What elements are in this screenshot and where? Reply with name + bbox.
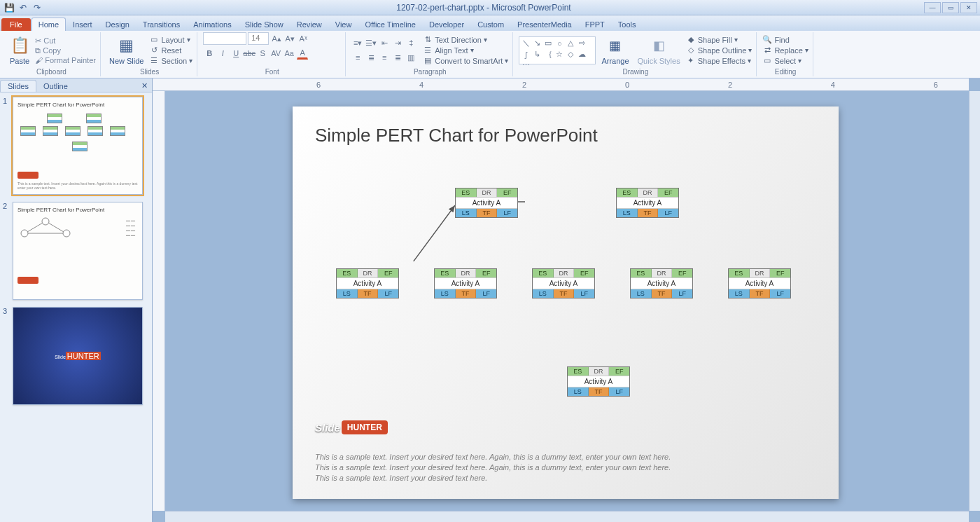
font-size-selector[interactable]: 14 xyxy=(248,32,269,45)
text-direction-button[interactable]: ⇅Text Direction ▾ xyxy=(423,35,508,45)
tab-developer[interactable]: Developer xyxy=(423,18,470,31)
align-right-button[interactable]: ≡ xyxy=(378,51,391,64)
pert-node[interactable]: ESDREFActivity ALSTFLF xyxy=(616,188,679,218)
pert-node[interactable]: ESDREFActivity ALSTFLF xyxy=(455,188,518,218)
tab-animations[interactable]: Animations xyxy=(187,18,237,31)
layout-button[interactable]: ▭Layout ▾ xyxy=(149,35,192,45)
pert-node[interactable]: ESDREFActivity ALSTFLF xyxy=(336,268,399,298)
watermark-part-b: HUNTER xyxy=(342,420,388,434)
svg-line-6 xyxy=(399,205,455,261)
pert-node[interactable]: ESDREFActivity ALSTFLF xyxy=(532,268,595,298)
case-button[interactable]: Aa xyxy=(283,47,295,60)
tab-office-timeline[interactable]: Office Timeline xyxy=(358,18,422,31)
panel-close-button[interactable]: ✕ xyxy=(137,80,152,92)
slide-title[interactable]: Simple PERT Chart for PowerPoint xyxy=(315,125,816,146)
redo-icon[interactable]: ↷ xyxy=(31,1,43,14)
panel-tab-slides[interactable]: Slides xyxy=(0,80,36,92)
thumb-number: 3 xyxy=(3,307,10,405)
copy-button[interactable]: ⧉ Copy xyxy=(35,46,96,55)
paste-button[interactable]: 📋 Paste xyxy=(7,34,32,67)
align-center-button[interactable]: ≣ xyxy=(365,51,377,64)
vertical-scrollbar[interactable] xyxy=(969,91,980,511)
paste-label: Paste xyxy=(10,57,29,65)
sample-text-block[interactable]: This is a sample text. Insert your desir… xyxy=(315,452,816,483)
bullets-button[interactable]: ≡▾ xyxy=(351,36,364,49)
undo-icon[interactable]: ↶ xyxy=(17,1,29,14)
shape-fill-button[interactable]: ◆Shape Fill ▾ xyxy=(686,35,752,45)
tab-view[interactable]: View xyxy=(329,18,358,31)
thumbnail-1[interactable]: 1 Simple PERT Chart for PowerPoint xyxy=(3,97,149,195)
thumb-number: 2 xyxy=(3,202,10,300)
line-spacing-button[interactable]: ‡ xyxy=(405,36,417,49)
tab-slide-show[interactable]: Slide Show xyxy=(239,18,290,31)
numbering-button[interactable]: ☰▾ xyxy=(365,36,377,49)
minimize-button[interactable]: — xyxy=(924,2,941,13)
thumb-title: SlideHUNTER xyxy=(55,352,100,360)
replace-button[interactable]: ⇄Replace ▾ xyxy=(762,46,808,55)
grow-font-button[interactable]: A▴ xyxy=(270,32,283,45)
slide-canvas: 6 4 2 0 2 4 6 Simple PERT Chart for Powe… xyxy=(153,78,980,522)
save-icon[interactable]: 💾 xyxy=(3,1,15,14)
find-button[interactable]: 🔍Find xyxy=(762,35,808,45)
file-tab[interactable]: File xyxy=(1,18,31,31)
font-family-selector[interactable] xyxy=(203,32,246,45)
new-slide-label: New Slide xyxy=(109,57,144,65)
close-button[interactable]: ✕ xyxy=(960,2,977,13)
watermark-part-a: Slide xyxy=(315,422,340,434)
pert-node[interactable]: ESDREFActivity ALSTFLF xyxy=(728,268,791,298)
section-button[interactable]: ☰Section ▾ xyxy=(149,56,192,66)
spacing-button[interactable]: AV xyxy=(270,47,282,60)
group-clipboard: 📋 Paste ✂ Cut ⧉ Copy 🖌 Format Painter Cl… xyxy=(3,32,101,76)
arrange-button[interactable]: ▦ Arrange xyxy=(598,34,631,67)
thumbnail-list: 1 Simple PERT Chart for PowerPoint xyxy=(0,92,152,522)
select-button[interactable]: ▭Select ▾ xyxy=(762,56,808,66)
underline-button[interactable]: U xyxy=(230,47,242,60)
increase-indent-button[interactable]: ⇥ xyxy=(391,36,404,49)
pert-node[interactable]: ESDREFActivity ALSTFLF xyxy=(630,268,693,298)
tab-transitions[interactable]: Transitions xyxy=(136,18,186,31)
thumbnail-2[interactable]: 2 Simple PERT Chart for PowerPoint xyxy=(3,202,149,300)
panel-tab-outline[interactable]: Outline xyxy=(36,81,75,92)
columns-button[interactable]: ▥ xyxy=(405,51,417,64)
quick-styles-button[interactable]: ◧ Quick Styles xyxy=(635,34,683,67)
align-left-button[interactable]: ≡ xyxy=(351,51,364,64)
cut-button[interactable]: ✂ Cut xyxy=(35,36,96,46)
convert-smartart-button[interactable]: ▤Convert to SmartArt ▾ xyxy=(423,56,508,66)
watermark-logo: Slide HUNTER xyxy=(315,420,388,434)
justify-button[interactable]: ≣ xyxy=(391,51,404,64)
restore-button[interactable]: ▭ xyxy=(942,2,959,13)
tab-insert[interactable]: Insert xyxy=(66,18,99,31)
slide-content[interactable]: Simple PERT Chart for PowerPoint xyxy=(293,107,839,499)
strike-button[interactable]: abc xyxy=(243,47,255,60)
align-text-button[interactable]: ☰Align Text ▾ xyxy=(423,46,508,55)
format-painter-button[interactable]: 🖌 Format Painter xyxy=(35,56,96,64)
shadow-button[interactable]: S xyxy=(256,47,269,60)
tab-tools[interactable]: Tools xyxy=(612,18,643,31)
decrease-indent-button[interactable]: ⇤ xyxy=(378,36,391,49)
italic-button[interactable]: I xyxy=(216,47,229,60)
shapes-gallery[interactable]: ＼↘▭○△⇨∫ ↳｛☆◇☁⋯ xyxy=(519,36,596,64)
shape-callout-icon: ◇ xyxy=(566,50,575,60)
horizontal-scrollbar[interactable] xyxy=(165,511,969,522)
bold-button[interactable]: B xyxy=(203,47,216,60)
tab-presentermedia[interactable]: PresenterMedia xyxy=(511,18,578,31)
tab-home[interactable]: Home xyxy=(31,18,66,31)
thumb-title: Simple PERT Chart for PowerPoint xyxy=(18,207,138,213)
font-color-button[interactable]: A xyxy=(296,47,309,60)
tab-custom[interactable]: Custom xyxy=(471,18,510,31)
shrink-font-button[interactable]: A▾ xyxy=(284,32,296,45)
pert-node[interactable]: ESDREFActivity ALSTFLF xyxy=(434,268,497,298)
shape-outline-button[interactable]: ◇Shape Outline ▾ xyxy=(686,46,752,55)
reset-button[interactable]: ↺Reset xyxy=(149,46,192,55)
pert-node[interactable]: ESDREFActivity ALSTFLF xyxy=(567,366,630,397)
thumbnail-3[interactable]: 3 SlideHUNTER xyxy=(3,307,149,405)
clear-format-button[interactable]: Aᵡ xyxy=(297,32,309,45)
tab-fppt[interactable]: FPPT xyxy=(579,18,611,31)
tab-design[interactable]: Design xyxy=(99,18,136,31)
shape-effects-button[interactable]: ✦Shape Effects ▾ xyxy=(686,56,752,66)
thumb-preview: Simple PERT Chart for PowerPoint ━━ ━━━━… xyxy=(13,202,143,300)
quick-access-toolbar: 💾 ↶ ↷ xyxy=(3,1,43,14)
thumb-footer: This is a sample text. Insert your desir… xyxy=(18,181,138,190)
tab-review[interactable]: Review xyxy=(290,18,328,31)
new-slide-button[interactable]: ▦ New Slide xyxy=(106,34,147,67)
